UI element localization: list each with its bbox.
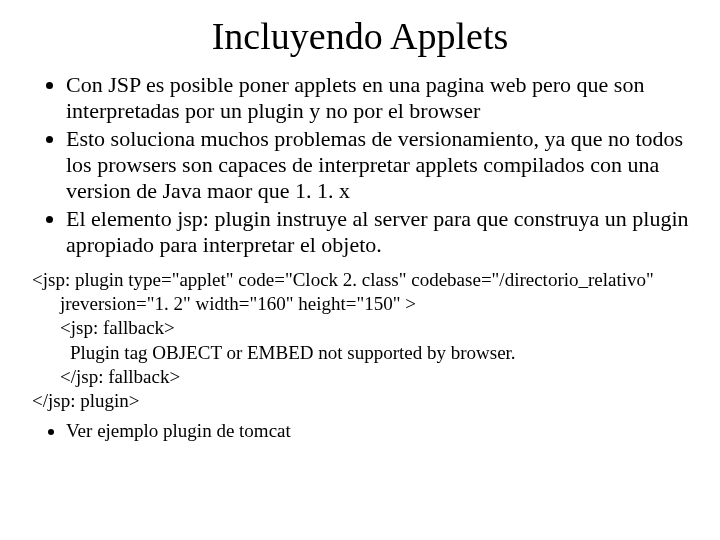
slide: Incluyendo Applets Con JSP es posible po… [0, 0, 720, 540]
code-line: Plugin tag OBJECT or EMBED not supported… [32, 341, 702, 365]
bullet-item: Esto soluciona muchos problemas de versi… [66, 126, 702, 204]
bullet-list-small: Ver ejemplo plugin de tomcat [18, 420, 702, 443]
code-line: jreversion="1. 2" width="160" height="15… [32, 292, 702, 316]
code-line: <jsp: fallback> [32, 316, 702, 340]
bullet-list: Con JSP es posible poner applets en una … [18, 72, 702, 258]
code-line: </jsp: plugin> [32, 389, 702, 413]
page-title: Incluyendo Applets [18, 14, 702, 58]
bullet-item: Con JSP es posible poner applets en una … [66, 72, 702, 124]
code-line: <jsp: plugin type="applet" code="Clock 2… [32, 268, 702, 292]
code-line: </jsp: fallback> [32, 365, 702, 389]
bullet-item: El elemento jsp: plugin instruye al serv… [66, 206, 702, 258]
bullet-item: Ver ejemplo plugin de tomcat [66, 420, 702, 443]
code-block: <jsp: plugin type="applet" code="Clock 2… [18, 268, 702, 414]
